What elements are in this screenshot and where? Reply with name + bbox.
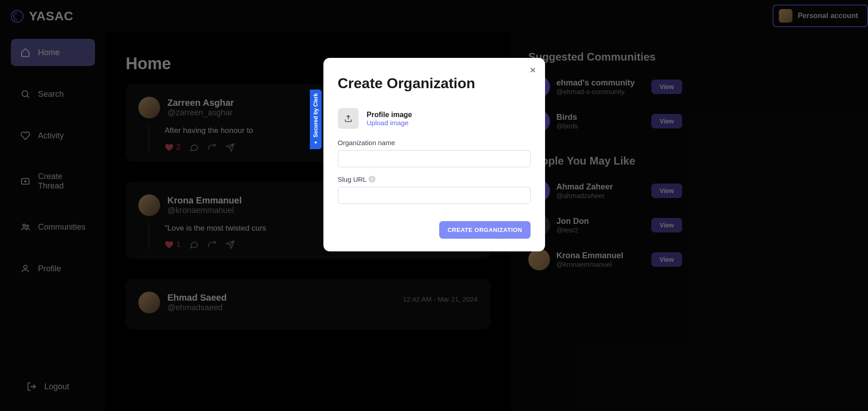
profile-image-upload[interactable] <box>338 108 359 129</box>
help-icon[interactable]: ? <box>369 176 375 183</box>
org-name-label: Organization name <box>338 139 531 146</box>
modal-overlay[interactable]: Secured by Clerk Create Organization Pro… <box>0 0 868 411</box>
upload-image-link[interactable]: Upload image <box>367 119 412 127</box>
org-name-input[interactable] <box>338 150 531 167</box>
profile-image-label: Profile image <box>367 111 412 119</box>
clerk-badge[interactable]: Secured by Clerk <box>310 90 322 149</box>
modal-title: Create Organization <box>338 75 531 92</box>
slug-url-input[interactable] <box>338 187 531 204</box>
close-icon[interactable] <box>529 66 537 74</box>
create-organization-button[interactable]: CREATE ORGANIZATION <box>439 221 530 239</box>
svg-point-6 <box>314 142 317 144</box>
slug-url-label: Slug URL ? <box>338 175 531 183</box>
create-organization-modal: Secured by Clerk Create Organization Pro… <box>323 58 545 251</box>
